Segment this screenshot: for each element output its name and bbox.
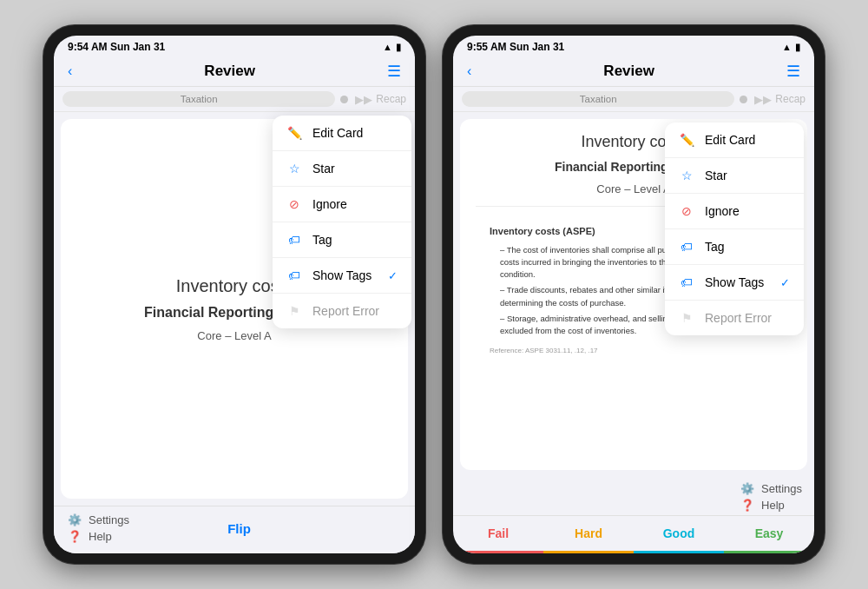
right-edit-icon: ✏️ bbox=[679, 132, 694, 148]
left-menu-edit-card[interactable]: ✏️ Edit Card bbox=[273, 116, 411, 151]
left-menu-report-error: ⚑ Report Error bbox=[273, 294, 411, 328]
left-edit-icon: ✏️ bbox=[286, 125, 302, 141]
left-screen: 9:54 AM Sun Jan 31 ▲ ▮ ‹ Review ☰ Taxati… bbox=[54, 36, 415, 553]
left-edit-card-label: Edit Card bbox=[312, 126, 363, 140]
left-help-icon: ❓ bbox=[68, 530, 82, 543]
right-settings-row: ⚙️ Settings ❓ Help bbox=[740, 482, 802, 512]
right-settings-icon: ⚙️ bbox=[740, 482, 754, 495]
right-review-buttons: Fail Hard Good Easy bbox=[453, 515, 814, 553]
left-dropdown-menu: ✏️ Edit Card ☆ Star ⊘ Ignore 🏷 Tag bbox=[273, 116, 411, 328]
right-help-item[interactable]: ❓ Help bbox=[740, 499, 785, 512]
right-menu-report-error: ⚑ Report Error bbox=[665, 301, 804, 335]
left-show-tags-icon: 🏷 bbox=[286, 268, 302, 283]
left-ignore-icon: ⊘ bbox=[286, 196, 302, 212]
left-recap: ▶▶ Recap bbox=[355, 93, 406, 106]
left-battery-icon: ▮ bbox=[396, 42, 401, 53]
left-show-tags-label: Show Tags bbox=[312, 268, 372, 282]
left-menu-tag[interactable]: 🏷 Tag bbox=[273, 222, 411, 258]
left-report-error-label: Report Error bbox=[312, 304, 379, 318]
left-tag-label: Tag bbox=[312, 233, 332, 247]
right-status-bar: 9:55 AM Sun Jan 31 ▲ ▮ bbox=[453, 36, 814, 56]
left-deck-dot bbox=[340, 96, 348, 103]
left-status-icons: ▲ ▮ bbox=[383, 42, 401, 53]
left-help-label: Help bbox=[89, 530, 112, 543]
right-report-error-label: Report Error bbox=[705, 311, 772, 325]
left-settings-row: ⚙️ Settings ❓ Help bbox=[68, 513, 129, 543]
right-show-tags-icon: 🏷 bbox=[679, 275, 694, 290]
left-back-button[interactable]: ‹ bbox=[68, 63, 72, 79]
right-show-tags-label: Show Tags bbox=[705, 275, 764, 289]
right-bottom-area: ⚙️ Settings ❓ Help Fail Hard Good Easy bbox=[453, 477, 814, 553]
right-time: 9:55 AM Sun Jan 31 bbox=[467, 41, 564, 53]
right-deck-dot bbox=[740, 96, 747, 103]
right-bottom-bar: ⚙️ Settings ❓ Help bbox=[453, 477, 814, 515]
left-star-label: Star bbox=[312, 162, 335, 175]
left-settings-icon: ⚙️ bbox=[68, 513, 82, 526]
right-screen: 9:55 AM Sun Jan 31 ▲ ▮ ‹ Review ☰ Taxati… bbox=[453, 36, 814, 553]
right-deck-row: Taxation ▶▶ Recap bbox=[453, 87, 814, 112]
left-card-level: Core – Level A bbox=[144, 329, 325, 342]
right-star-icon: ☆ bbox=[679, 168, 694, 183]
left-deck-label: Taxation bbox=[62, 91, 335, 107]
right-skip-icon: ▶▶ bbox=[754, 93, 772, 106]
right-spacer2 bbox=[535, 482, 740, 512]
left-skip-icon: ▶▶ bbox=[355, 93, 372, 106]
left-ipad: 9:54 AM Sun Jan 31 ▲ ▮ ‹ Review ☰ Taxati… bbox=[43, 25, 425, 564]
right-nav-bar: ‹ Review ☰ bbox=[453, 56, 814, 87]
right-menu-edit-card[interactable]: ✏️ Edit Card bbox=[665, 122, 804, 158]
right-recap: ▶▶ Recap bbox=[754, 93, 806, 106]
right-help-label: Help bbox=[761, 499, 785, 512]
right-back-button[interactable]: ‹ bbox=[467, 63, 471, 79]
right-easy-button[interactable]: Easy bbox=[724, 516, 814, 553]
right-card-area: ✏️ Edit Card ☆ Star ⊘ Ignore 🏷 Tag bbox=[460, 119, 807, 470]
right-menu-show-tags[interactable]: 🏷 Show Tags ✓ bbox=[665, 265, 804, 301]
right-nav-title: Review bbox=[603, 63, 654, 80]
right-fail-button[interactable]: Fail bbox=[453, 516, 543, 553]
right-flag-icon: ⚑ bbox=[679, 310, 694, 326]
left-settings-item[interactable]: ⚙️ Settings bbox=[68, 513, 129, 526]
left-help-item[interactable]: ❓ Help bbox=[68, 530, 112, 543]
right-ignore-label: Ignore bbox=[705, 204, 740, 218]
right-reference: Reference: ASPE 3031.11, .12, .17 bbox=[490, 346, 778, 356]
left-menu-ignore[interactable]: ⊘ Ignore bbox=[273, 187, 411, 222]
right-tag-label: Tag bbox=[705, 240, 725, 254]
right-bullet-dash-2: – bbox=[500, 314, 507, 323]
left-recap-label: Recap bbox=[376, 93, 406, 105]
right-hard-button[interactable]: Hard bbox=[543, 516, 634, 553]
left-menu-icon[interactable]: ☰ bbox=[387, 62, 401, 81]
right-bullet-dash-0: – bbox=[500, 245, 507, 255]
right-status-icons: ▲ ▮ bbox=[782, 42, 800, 53]
left-flag-icon: ⚑ bbox=[286, 303, 302, 319]
right-star-label: Star bbox=[705, 169, 727, 182]
right-spacer bbox=[465, 482, 535, 512]
right-show-tags-check: ✓ bbox=[780, 276, 790, 289]
left-deck-row: Taxation ▶▶ Recap bbox=[54, 87, 415, 112]
right-good-button[interactable]: Good bbox=[634, 516, 724, 553]
left-settings-label: Settings bbox=[89, 513, 129, 526]
right-ipad: 9:55 AM Sun Jan 31 ▲ ▮ ‹ Review ☰ Taxati… bbox=[443, 25, 825, 564]
right-menu-tag[interactable]: 🏷 Tag bbox=[665, 229, 804, 265]
right-battery-icon: ▮ bbox=[795, 42, 800, 53]
left-card-area: ✏️ Edit Card ☆ Star ⊘ Ignore 🏷 Tag bbox=[61, 119, 408, 499]
right-dropdown-menu: ✏️ Edit Card ☆ Star ⊘ Ignore 🏷 Tag bbox=[665, 122, 804, 335]
left-tag-icon: 🏷 bbox=[286, 232, 302, 248]
right-settings-label: Settings bbox=[761, 482, 802, 495]
left-status-bar: 9:54 AM Sun Jan 31 ▲ ▮ bbox=[54, 36, 415, 56]
right-tag-icon: 🏷 bbox=[679, 239, 694, 255]
right-menu-ignore[interactable]: ⊘ Ignore bbox=[665, 194, 804, 229]
right-ignore-icon: ⊘ bbox=[679, 203, 694, 219]
left-ignore-label: Ignore bbox=[312, 197, 347, 211]
right-settings-item[interactable]: ⚙️ Settings bbox=[740, 482, 802, 495]
right-deck-label: Taxation bbox=[462, 91, 734, 107]
left-flip-button[interactable]: Flip bbox=[129, 521, 349, 536]
left-menu-star[interactable]: ☆ Star bbox=[273, 151, 411, 187]
right-bullet-dash-1: – bbox=[500, 285, 507, 294]
right-recap-label: Recap bbox=[775, 93, 806, 105]
left-menu-show-tags[interactable]: 🏷 Show Tags ✓ bbox=[273, 258, 411, 294]
right-menu-icon[interactable]: ☰ bbox=[786, 62, 800, 81]
right-menu-star[interactable]: ☆ Star bbox=[665, 158, 804, 194]
right-edit-card-label: Edit Card bbox=[705, 133, 755, 147]
left-star-icon: ☆ bbox=[286, 161, 302, 176]
left-show-tags-check: ✓ bbox=[388, 269, 398, 282]
left-wifi-icon: ▲ bbox=[383, 42, 392, 52]
